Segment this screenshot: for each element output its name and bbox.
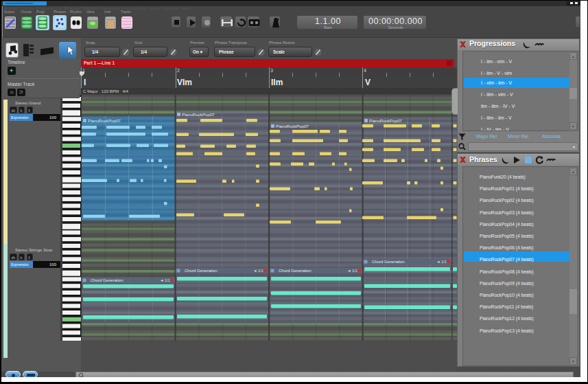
svg-text:PianoRockPop07: PianoRockPop07 bbox=[182, 112, 215, 117]
svg-text:◄ 1/1: ◄ 1/1 bbox=[160, 278, 170, 282]
svg-text:◄ 1/1: ◄ 1/1 bbox=[347, 269, 357, 273]
svg-text:PianoRockPop07: PianoRockPop07 bbox=[369, 118, 402, 123]
svg-text:Chord Generation: Chord Generation bbox=[372, 260, 405, 264]
svg-text:Chord Generation: Chord Generation bbox=[185, 269, 217, 273]
svg-text:◄ 1/1: ◄ 1/1 bbox=[253, 269, 263, 273]
svg-text:Chord Generation: Chord Generation bbox=[91, 278, 124, 282]
svg-text:◄ 1/1: ◄ 1/1 bbox=[436, 260, 447, 264]
svg-text:Chord Generation: Chord Generation bbox=[279, 269, 311, 273]
svg-text:PianoRockPop07: PianoRockPop07 bbox=[88, 118, 121, 123]
svg-text:PianoRockPop07: PianoRockPop07 bbox=[276, 124, 309, 128]
